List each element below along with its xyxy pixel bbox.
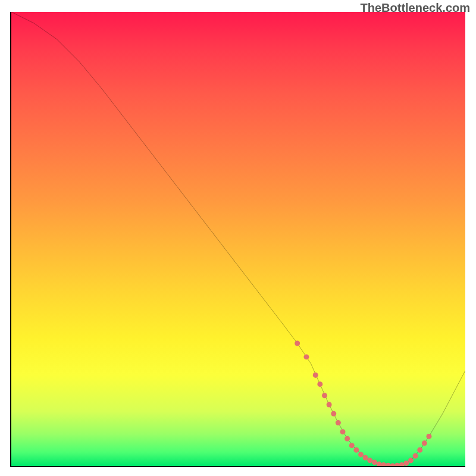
bottleneck-curve <box>11 12 465 466</box>
valley-marker <box>417 447 422 453</box>
valley-marker <box>367 458 372 463</box>
valley-marker <box>345 436 350 441</box>
valley-marker <box>336 420 341 425</box>
watermark-text: TheBottleneck.com <box>361 1 470 15</box>
chart-canvas: TheBottleneck.com <box>0 0 476 476</box>
valley-marker <box>422 440 427 446</box>
plot-area <box>10 12 465 467</box>
valley-marker <box>377 461 382 466</box>
valley-marker <box>322 393 327 398</box>
valley-marker <box>372 459 377 465</box>
valley-marker <box>386 463 391 466</box>
valley-marker <box>403 461 409 466</box>
valley-marker <box>295 341 300 346</box>
valley-marker <box>408 458 414 463</box>
valley-marker <box>399 462 405 466</box>
valley-marker <box>426 434 431 439</box>
valley-marker <box>340 429 346 434</box>
valley-marker <box>303 354 309 359</box>
valley-marker <box>394 463 400 466</box>
curve-layer <box>11 12 465 466</box>
valley-marker <box>327 402 332 408</box>
valley-marker <box>353 447 359 453</box>
valley-marker <box>349 443 355 448</box>
valley-marker <box>317 381 322 387</box>
valley-marker <box>331 411 336 416</box>
valley-marker <box>363 455 368 461</box>
valley-marker <box>313 372 318 378</box>
valley-marker <box>381 462 386 466</box>
valley-marker <box>390 464 395 466</box>
valley-marker <box>358 452 364 457</box>
valley-marker <box>413 453 418 459</box>
